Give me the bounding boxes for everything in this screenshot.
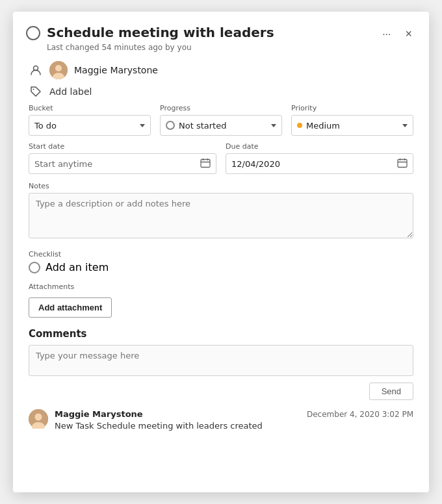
due-date-group: Due date 12/04/2020 [226, 142, 413, 174]
priority-dot-icon [297, 123, 302, 128]
bucket-group: Bucket To do [29, 104, 151, 136]
comment-input[interactable] [29, 345, 413, 376]
due-date-calendar-icon [397, 158, 408, 170]
checklist-circle-icon [29, 262, 40, 273]
priority-label: Priority [291, 104, 413, 112]
priority-value-container: Medium [297, 121, 340, 131]
notes-label: Notes [29, 182, 413, 190]
comment-author: Maggie Marystone [55, 409, 143, 419]
start-date-field[interactable]: Start anytime [29, 153, 216, 174]
bucket-chevron-icon [140, 124, 145, 127]
send-button[interactable]: Send [369, 383, 413, 400]
priority-value: Medium [306, 121, 340, 131]
due-date-label: Due date [226, 142, 413, 151]
add-label-text[interactable]: Add label [49, 86, 92, 97]
task-dialog: Schedule meeting with leaders Last chang… [13, 12, 429, 492]
svg-point-14 [35, 414, 42, 421]
fields-grid: Bucket To do Progress Not started Priori… [29, 104, 413, 136]
dates-grid: Start date Start anytime Due date [29, 142, 413, 174]
due-date-value: 12/04/2020 [231, 159, 280, 169]
bucket-label: Bucket [29, 104, 151, 112]
comment-text: New Task Schedule meeting with leaders c… [55, 421, 413, 431]
more-options-button[interactable]: ··· [378, 27, 395, 42]
svg-point-4 [33, 89, 34, 90]
notes-section: Notes [29, 182, 413, 241]
title-block: Schedule meeting with leaders Last chang… [47, 25, 274, 52]
comment-meta: Maggie Marystone December 4, 2020 3:02 P… [55, 409, 413, 419]
label-icon [29, 84, 43, 99]
comment-time: December 4, 2020 3:02 PM [307, 410, 413, 419]
last-changed-text: Last changed 54 minutes ago by you [47, 43, 274, 52]
priority-group: Priority Medium [291, 104, 413, 136]
priority-chevron-icon [402, 124, 408, 127]
checklist-label: Checklist [29, 250, 413, 258]
bucket-value: To do [34, 121, 57, 131]
priority-select[interactable]: Medium [291, 115, 413, 136]
attachments-label: Attachments [29, 283, 413, 291]
avatar [49, 61, 68, 79]
progress-group: Progress Not started [160, 104, 282, 136]
assignee-name[interactable]: Maggie Marystone [74, 65, 158, 75]
progress-label: Progress [160, 104, 282, 112]
comments-heading: Comments [29, 328, 413, 340]
more-icon: ··· [382, 29, 391, 40]
header-actions: ··· × [378, 26, 416, 42]
progress-select[interactable]: Not started [160, 115, 282, 136]
dialog-header: Schedule meeting with leaders Last chang… [13, 12, 429, 52]
assignee-icon [29, 63, 43, 77]
start-date-placeholder: Start anytime [34, 159, 92, 169]
comment-avatar [29, 409, 48, 429]
progress-value: Not started [179, 121, 226, 131]
progress-chevron-icon [271, 124, 276, 127]
avatar-image [49, 61, 68, 79]
add-attachment-button[interactable]: Add attachment [29, 297, 112, 318]
progress-value-container: Not started [166, 121, 226, 131]
add-label-row[interactable]: Add label [29, 84, 413, 99]
bucket-select[interactable]: To do [29, 115, 151, 136]
dialog-body: Maggie Marystone Add label Bucket To do [13, 52, 429, 444]
add-checklist-item[interactable]: Add an item [29, 261, 413, 273]
comment-content: Maggie Marystone December 4, 2020 3:02 P… [55, 409, 413, 431]
start-date-group: Start date Start anytime [29, 142, 216, 174]
task-title: Schedule meeting with leaders [47, 25, 274, 40]
start-date-label: Start date [29, 142, 216, 151]
comment-entry: Maggie Marystone December 4, 2020 3:02 P… [29, 409, 413, 431]
attachments-section: Attachments Add attachment [29, 283, 413, 318]
checklist-section: Checklist Add an item [29, 250, 413, 273]
due-date-field[interactable]: 12/04/2020 [226, 153, 413, 174]
start-date-calendar-icon [200, 158, 211, 170]
title-area: Schedule meeting with leaders Last chang… [26, 25, 274, 52]
svg-rect-5 [201, 159, 210, 167]
close-button[interactable]: × [401, 26, 416, 42]
assignee-row: Maggie Marystone [29, 61, 413, 79]
task-complete-toggle[interactable] [26, 26, 40, 40]
notes-textarea[interactable] [29, 193, 413, 238]
comments-section: Comments Send Maggie Marystone De [29, 328, 413, 431]
svg-rect-9 [398, 159, 407, 167]
add-item-text: Add an item [46, 261, 109, 273]
svg-point-2 [55, 65, 62, 71]
send-row: Send [29, 383, 413, 400]
progress-circle-icon [166, 121, 175, 130]
